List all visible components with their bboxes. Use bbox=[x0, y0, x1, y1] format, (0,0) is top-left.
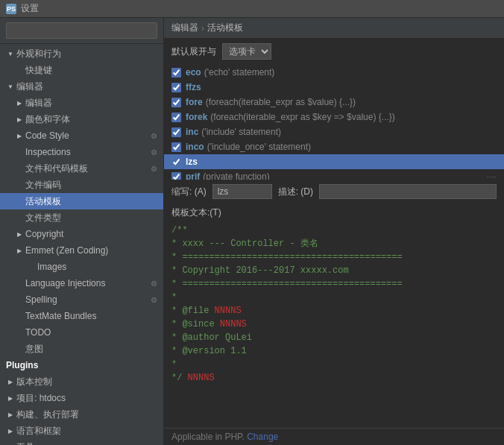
template-desc: (foreach(iterable_expr as $key => $value… bbox=[210, 112, 394, 122]
sidebar-item-intent[interactable]: 意图 bbox=[0, 341, 163, 357]
sidebar-item-fileenc[interactable]: 文件编码 bbox=[0, 177, 163, 193]
sidebar-item-label: 编辑器 bbox=[25, 97, 52, 110]
sidebar-item-todo[interactable]: TODO bbox=[0, 324, 163, 341]
template-item-fore[interactable]: fore(foreach(iterable_expr as $value) {.… bbox=[164, 95, 504, 110]
tree-arrow-leaf bbox=[15, 164, 24, 173]
sidebar-item-codestyle[interactable]: Code Style⚙ bbox=[0, 127, 163, 144]
sidebar-item-label: Plugins bbox=[6, 360, 38, 370]
sidebar-item-filetemplate[interactable]: 文件和代码模板⚙ bbox=[0, 160, 163, 177]
code-line: * @file NNNNS bbox=[171, 304, 497, 318]
tree-icon-right: ⚙ bbox=[151, 296, 157, 304]
sidebar-item-label: Inspections bbox=[25, 147, 71, 157]
template-name: fore bbox=[186, 97, 203, 107]
code-line: * @author QuLei bbox=[171, 331, 497, 344]
template-item-lzs[interactable]: lzs bbox=[164, 154, 504, 169]
sidebar-item-label: 快捷键 bbox=[25, 64, 52, 77]
tree-arrow-leaf bbox=[15, 197, 24, 206]
template-text-section: 模板文本:(T) /** * xxxx --- Controller - 类名 … bbox=[164, 203, 504, 428]
app-icon: PS bbox=[6, 4, 16, 14]
template-checkbox[interactable] bbox=[171, 127, 181, 137]
template-name: inco bbox=[186, 142, 204, 152]
sidebar-item-label: 编辑器 bbox=[16, 81, 43, 93]
sidebar-item-project[interactable]: 项目: htdocs bbox=[0, 390, 163, 406]
sidebar-item-filetypes[interactable]: 文件类型 bbox=[0, 209, 163, 226]
tree-icon-right: ⚙ bbox=[151, 280, 157, 288]
abbr-label: 缩写: (A) bbox=[171, 186, 207, 198]
desc-input[interactable] bbox=[319, 184, 497, 199]
sidebar-item-editor-group[interactable]: 编辑器 bbox=[0, 78, 163, 95]
main-layout: 外观和行为快捷键编辑器编辑器颜色和字体Code Style⚙Inspection… bbox=[0, 18, 504, 445]
tree-arrow-leaf bbox=[15, 312, 24, 321]
tree-arrow-closed bbox=[6, 410, 15, 419]
sidebar-item-langfw[interactable]: 语言和框架 bbox=[0, 423, 163, 439]
template-name: forek bbox=[186, 112, 207, 122]
template-checkbox[interactable] bbox=[171, 98, 181, 107]
sidebar-item-label: 文件编码 bbox=[25, 179, 61, 192]
template-checkbox[interactable] bbox=[171, 172, 181, 181]
sidebar-item-copyright[interactable]: Copyright bbox=[0, 226, 163, 242]
template-checkbox[interactable] bbox=[171, 68, 181, 78]
breadcrumb: 编辑器 › 活动模板 bbox=[164, 18, 504, 39]
toolbar: 默认展开与 选项卡 bbox=[164, 39, 504, 65]
sidebar-item-shortcuts[interactable]: 快捷键 bbox=[0, 62, 163, 78]
sidebar-item-livetmpl[interactable]: 活动模板 bbox=[0, 193, 163, 209]
template-item-ffzs[interactable]: ffzs bbox=[164, 80, 504, 95]
template-item-prif[interactable]: prif(private function)····· bbox=[164, 169, 504, 180]
code-editor[interactable]: /** * xxxx --- Controller - 类名 * =======… bbox=[164, 221, 504, 428]
code-line: * Copyright 2016---2017 xxxxx.com bbox=[171, 264, 497, 277]
sidebar-item-tools[interactable]: 工具 bbox=[0, 439, 163, 445]
code-line: * @since NNNNS bbox=[171, 318, 497, 331]
template-item-eco[interactable]: eco('echo' statement) bbox=[164, 65, 504, 80]
abbr-input[interactable] bbox=[212, 184, 272, 199]
template-name: inc bbox=[186, 127, 198, 137]
sidebar-item-label: Emmet (Zen Coding) bbox=[25, 245, 108, 256]
tree-arrow-leaf bbox=[15, 295, 24, 304]
sidebar-item-langinjections[interactable]: Language Injections⚙ bbox=[0, 275, 163, 291]
sidebar-item-emmet[interactable]: Emmet (Zen Coding) bbox=[0, 242, 163, 259]
tree-arrow-leaf bbox=[15, 344, 24, 353]
tree-arrow-leaf bbox=[27, 262, 36, 271]
template-item-forek[interactable]: forek(foreach(iterable_expr as $key => $… bbox=[164, 110, 504, 124]
applicable-link[interactable]: Change bbox=[247, 432, 278, 442]
sidebar-item-label: 项目: htdocs bbox=[16, 392, 66, 405]
template-item-inco[interactable]: inco('include_once' statement) bbox=[164, 139, 504, 154]
sidebar-item-fonts[interactable]: 颜色和字体 bbox=[0, 111, 163, 127]
template-desc: ('echo' statement) bbox=[204, 67, 275, 78]
tree-arrow-leaf bbox=[15, 213, 24, 222]
sidebar-item-textmate[interactable]: TextMate Bundles bbox=[0, 308, 163, 324]
sidebar-item-editors[interactable]: 编辑器 bbox=[0, 95, 163, 111]
code-line: /** bbox=[171, 224, 497, 237]
sidebar-item-label: 外观和行为 bbox=[16, 48, 61, 60]
sidebar-item-label: 版本控制 bbox=[16, 376, 52, 388]
template-checkbox[interactable] bbox=[171, 83, 181, 92]
sidebar-item-label: 构建、执行部署 bbox=[16, 408, 79, 421]
sidebar-item-spelling[interactable]: Spelling⚙ bbox=[0, 291, 163, 308]
tree-icon-right: ⚙ bbox=[151, 165, 157, 173]
tree-arrow-closed bbox=[6, 377, 15, 386]
sidebar-item-label: TextMate Bundles bbox=[25, 311, 96, 321]
template-dots: ····· bbox=[486, 173, 497, 181]
search-input[interactable] bbox=[6, 22, 157, 39]
breadcrumb-part1: 编辑器 bbox=[171, 22, 198, 34]
sidebar-item-appearance[interactable]: 外观和行为 bbox=[0, 45, 163, 62]
template-checkbox[interactable] bbox=[171, 113, 181, 122]
title-bar: PS 设置 bbox=[0, 0, 504, 18]
tree-arrow-leaf bbox=[15, 148, 24, 157]
sidebar-item-images[interactable]: Images bbox=[0, 259, 163, 275]
template-item-inc[interactable]: inc('include' statement) bbox=[164, 124, 504, 139]
sidebar-item-inspections[interactable]: Inspections⚙ bbox=[0, 144, 163, 160]
sidebar-item-buildexec[interactable]: 构建、执行部署 bbox=[0, 406, 163, 423]
template-checkbox[interactable] bbox=[171, 142, 181, 152]
tree-arrow-closed bbox=[15, 115, 24, 124]
sidebar-item-label: 语言和框架 bbox=[16, 425, 61, 438]
tree-arrow-leaf bbox=[15, 279, 24, 288]
toolbar-select[interactable]: 选项卡 bbox=[222, 43, 271, 60]
sidebar-item-label: 意图 bbox=[25, 343, 43, 356]
sidebar-item-plugins[interactable]: Plugins bbox=[0, 357, 163, 373]
template-name: ffzs bbox=[186, 82, 201, 92]
sidebar-tree: 外观和行为快捷键编辑器编辑器颜色和字体Code Style⚙Inspection… bbox=[0, 44, 163, 445]
template-checkbox[interactable] bbox=[171, 157, 181, 167]
sidebar-item-label: Copyright bbox=[25, 229, 63, 239]
sidebar-item-vcs[interactable]: 版本控制 bbox=[0, 373, 163, 390]
tree-arrow-open bbox=[6, 82, 15, 91]
